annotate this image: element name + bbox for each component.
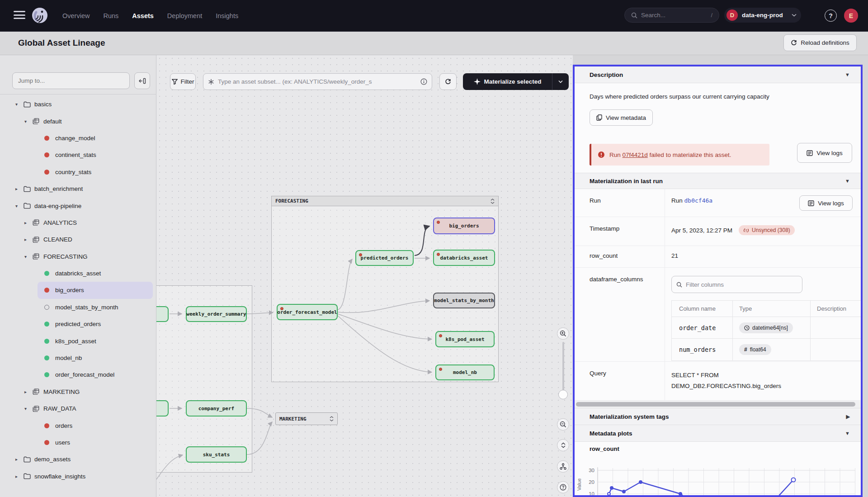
graph-node-predicted_orders[interactable]: predicted_orders [355,250,414,266]
relayout-graph-button[interactable] [557,460,569,473]
nav-item-insights[interactable]: Insights [216,12,238,19]
column-name: num_orders [672,346,732,353]
collapse-sidebar-button[interactable] [134,72,150,89]
nav-item-overview[interactable]: Overview [62,12,90,19]
sidebar-item-MARKETING[interactable]: ▸MARKETING [0,383,156,400]
user-avatar[interactable]: E [844,9,858,23]
zoom-in-button[interactable] [557,327,569,340]
graph-node-partial[interactable] [156,306,169,322]
graph-help-button[interactable] [557,481,569,493]
horizontal-scrollbar[interactable] [576,402,855,407]
sidebar-item-order_forecast_model[interactable]: order_forecast_model [0,366,156,383]
graph-node-order_forecast_model[interactable]: order_forecast_model [277,304,338,320]
lineage-graph-pane[interactable]: FORECASTING [156,55,573,497]
zoom-slider-handle[interactable] [558,390,568,399]
caret-down-icon[interactable]: ▾ [15,204,24,208]
sidebar-item-users[interactable]: users [0,434,156,451]
chart-point [608,492,610,495]
sidebar-item-model_stats_by_month[interactable]: model_stats_by_month [0,299,156,316]
asset-subset-input[interactable]: Type an asset subset... (ex: ANALYTICS/w… [203,73,432,90]
dagster-logo-icon[interactable] [30,6,50,26]
zoom-slider-track[interactable] [562,342,564,393]
view-logs-button[interactable]: View logs [799,195,853,211]
filter-columns-input[interactable]: Filter columns [671,276,802,293]
sidebar-item-continent_stats[interactable]: continent_stats [0,147,156,163]
sidebar-item-predicted_orders[interactable]: predicted_orders [0,316,156,332]
global-search-input[interactable]: Search... / [624,8,719,23]
caret-down-icon[interactable]: ▾ [24,254,33,259]
sidebar-item-model_nb[interactable]: model_nb [0,350,156,366]
query-line: SELECT * FROM [671,370,861,381]
sync-alert-icon [743,227,749,233]
info-icon[interactable] [420,78,427,85]
sidebar-item-k8s_pod_asset[interactable]: k8s_pod_asset [0,332,156,349]
workspace-switcher[interactable]: D data-eng-prod [724,8,801,23]
sidebar-item-change_model[interactable]: change_model [0,130,156,147]
failed-marker-icon [280,307,283,310]
caret-right-icon[interactable]: ▸ [24,237,33,242]
jump-to-input[interactable] [12,72,130,89]
sidebar-item-big_orders[interactable]: big_orders [38,282,153,298]
graph-node-big_orders[interactable]: big_orders [433,218,495,234]
nav-item-deployment[interactable]: Deployment [167,12,202,19]
sidebar-item-orders[interactable]: orders [0,417,156,434]
type-badge: datetime64[ns] [739,322,793,333]
sidebar-item-default[interactable]: ▾default [0,113,156,129]
y-axis-label: Value [576,478,582,491]
group-marketing-collapsed[interactable]: MARKETING [275,412,338,425]
zoom-out-button[interactable] [557,418,569,431]
group-icon [33,388,43,395]
sidebar-item-country_stats[interactable]: country_stats [0,164,156,180]
graph-node-weekly_order_summary[interactable]: weekly_order_summary [186,306,247,322]
section-header-last-run[interactable]: Materialization in last run ▼ [575,173,861,189]
graph-node-k8s_pod_asset[interactable]: k8s_pod_asset [435,331,495,347]
sidebar-item-RAW_DATA[interactable]: ▾RAW_DATA [0,400,156,417]
section-header-description[interactable]: Description ▼ [575,66,861,83]
caret-right-icon[interactable]: ▸ [24,220,33,225]
help-button[interactable]: ? [825,9,837,22]
materialize-selected-button[interactable]: Materialize selected [463,73,569,90]
menu-icon[interactable] [14,11,25,21]
graph-node-model_stats_by_month[interactable]: model_stats_by_month [433,293,495,308]
run-id-link[interactable]: db0cf46a [684,197,713,204]
view-logs-button[interactable]: View logs [797,143,852,163]
graph-node-partial[interactable] [156,400,169,417]
graph-node-model_nb[interactable]: model_nb [435,364,495,380]
sidebar-item-data-eng-pipeline[interactable]: ▾data-eng-pipeline [0,197,156,214]
caret-down-icon[interactable]: ▾ [24,406,33,411]
expand-group-icon[interactable] [330,416,334,421]
nav-item-assets[interactable]: Assets [132,12,154,19]
sidebar-item-demo_assets[interactable]: ▸demo_assets [0,451,156,468]
materialize-dropdown-button[interactable] [552,80,569,83]
unsynced-badge[interactable]: Unsynced (308) [739,225,795,235]
caret-down-icon[interactable]: ▾ [15,102,24,107]
section-header-metadata-plots[interactable]: Metadata plots ▼ [575,425,861,442]
sidebar-item-ANALYTICS[interactable]: ▸ANALYTICS [0,214,156,231]
page-header: Global Asset Lineage Reload definitions [0,32,868,55]
failed-run-link[interactable]: 07f4421d [623,151,648,158]
refresh-graph-button[interactable] [439,73,457,90]
filter-button[interactable]: Filter [170,73,196,90]
sidebar-item-CLEANED[interactable]: ▸CLEANED [0,231,156,248]
graph-node-company_perf[interactable]: company_perf [186,400,247,417]
caret-right-icon[interactable]: ▸ [15,457,24,462]
nav-item-runs[interactable]: Runs [103,12,118,19]
caret-right-icon[interactable]: ▸ [24,389,33,394]
lineage-edges [156,55,573,497]
sidebar-item-batch_enrichment[interactable]: ▸batch_enrichment [0,180,156,197]
sidebar-item-basics[interactable]: ▾basics [0,96,156,113]
graph-node-sku_stats[interactable]: sku_stats [186,446,247,463]
graph-node-databricks_asset[interactable]: databricks_asset [433,250,495,266]
reload-definitions-button[interactable]: Reload definitions [783,34,857,51]
caret-right-icon[interactable]: ▸ [15,186,24,191]
sidebar-item-snowflake_insights[interactable]: ▸snowflake_insights [0,468,156,485]
caret-down-icon[interactable]: ▾ [24,119,33,124]
view-metadata-button[interactable]: View metadata [590,109,653,126]
sidebar-item-label: CLEANED [43,236,72,243]
sidebar-item-label: demo_assets [34,456,71,463]
caret-right-icon[interactable]: ▸ [15,474,24,479]
sidebar-item-FORECASTING[interactable]: ▾FORECASTING [0,248,156,265]
section-header-system-tags[interactable]: Materialization system tags ▶ [575,408,861,425]
collapse-all-groups-button[interactable] [557,439,569,451]
sidebar-item-databricks_asset[interactable]: databricks_asset [0,265,156,282]
